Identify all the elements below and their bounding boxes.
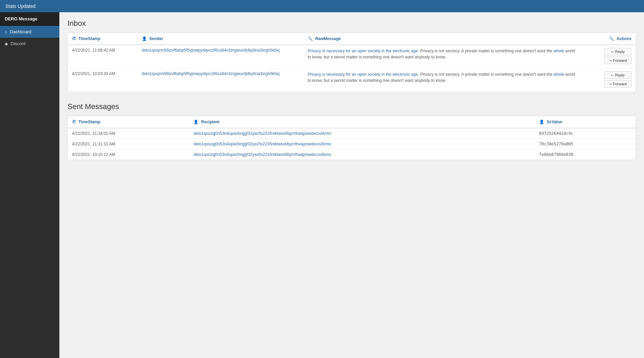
sent-col-timestamp: ⏱ TimeStamp — [68, 116, 189, 128]
sent-row3-timestamp: 4/22/2021, 10:10:12 AM — [68, 149, 189, 160]
sent-messages-title: Sent Messages — [68, 102, 636, 111]
inbox-row2-message: Privacy is necessary for an open society… — [304, 69, 580, 92]
inbox-row1-timestamp: 4/22/2021, 11:08:42 AM — [68, 45, 138, 69]
topbar: Stats Updated — [0, 0, 644, 12]
inbox-row1-message: Privacy is necessary for an open society… — [304, 45, 580, 69]
recipient-icon: 👤 — [193, 120, 198, 124]
discord-icon: ◆ — [5, 41, 8, 46]
sent-row3-recipient: deto1qxszqj0n53n4upw3mggf32yav5s22x5nlkt… — [189, 149, 535, 160]
sidebar-item-label: Dashboard — [10, 29, 32, 34]
inbox-title: Inbox — [68, 19, 636, 28]
inbox-table: ⏱ TimeStamp 👤 Sender 🔍 RawMessage 🔍 — [68, 33, 636, 92]
sender-icon: 👤 — [142, 36, 147, 41]
sent-col-scvalue: 👤 ScValue — [535, 116, 636, 128]
inbox-row1-actions: ↩ Reply ↪ Forward — [580, 45, 636, 69]
table-row: 4/22/2021, 11:31:10 AM deto1qxszqj0n53n4… — [68, 139, 636, 149]
forward-icon: ↪ — [609, 82, 612, 86]
sent-row2-recipient: deto1qxszqj0n53n4upw3mggf32yav5s22x5nlkt… — [189, 139, 535, 149]
clock-icon: ⏱ — [72, 120, 76, 124]
reply-icon: ↩ — [611, 50, 614, 54]
actions-wrapper: ↩ Reply ↪ Forward — [584, 71, 631, 89]
sent-row1-timestamp: 4/22/2021, 11:34:01 AM — [68, 128, 189, 139]
inbox-row1-sender: deto1qxqzm56tzvf6ahp5f5yjmepydqvcz95cs84… — [138, 45, 304, 69]
reply-button[interactable]: ↩ Reply — [604, 48, 631, 55]
inbox-row2-sender: deto1qxqzm56tzvf6ahp5f5yjmepydqvcz95cs84… — [138, 69, 304, 92]
app-title: DERO Message — [0, 12, 59, 26]
inbox-col-sender: 👤 Sender — [138, 33, 304, 45]
scvalue-icon: 👤 — [539, 120, 544, 124]
forward-button[interactable]: ↪ Forward — [604, 57, 631, 64]
reply-icon: ↩ — [611, 73, 614, 77]
search-icon: 🔍 — [308, 36, 313, 41]
forward-icon: ↪ — [609, 59, 612, 62]
inbox-col-rawmessage: 🔍 RawMessage — [304, 33, 580, 45]
table-row: 4/22/2021, 11:08:42 AM deto1qxqzm56tzvf6… — [68, 45, 636, 69]
sidebar-item-label: Discord — [11, 41, 25, 46]
inbox-table-container: ⏱ TimeStamp 👤 Sender 🔍 RawMessage 🔍 — [68, 33, 636, 92]
table-row: 4/22/2021, 11:34:01 AM deto1qxszqj0n53n4… — [68, 128, 636, 139]
sent-row1-recipient: deto1qxszqj0n53n4upw3mggf32yav5s22x5nlkt… — [189, 128, 535, 139]
sent-row1-scvalue: 8972526442dc9c — [535, 128, 636, 139]
table-row: 4/22/2021, 10:10:12 AM deto1qxszqj0n53n4… — [68, 149, 636, 160]
main-content: Inbox ⏱ TimeStamp 👤 Sender 🔍 — [59, 12, 644, 358]
sent-row2-scvalue: 79c38e5270a005 — [535, 139, 636, 149]
home-icon: ⌂ — [5, 30, 7, 34]
inbox-row2-actions: ↩ Reply ↪ Forward — [580, 69, 636, 92]
sidebar-item-discord[interactable]: ◆ Discord — [0, 38, 59, 50]
actions-wrapper: ↩ Reply ↪ Forward — [584, 48, 631, 66]
inbox-col-timestamp: ⏱ TimeStamp — [68, 33, 138, 45]
sent-row3-scvalue: fe04e8790de030 — [535, 149, 636, 160]
sent-col-recipient: 👤 Recipient — [189, 116, 535, 128]
forward-button[interactable]: ↪ Forward — [604, 80, 631, 88]
sent-row2-timestamp: 4/22/2021, 11:31:10 AM — [68, 139, 189, 149]
sidebar-item-dashboard[interactable]: ⌂ Dashboard — [0, 26, 59, 38]
sidebar: DERO Message ⌂ Dashboard ◆ Discord — [0, 12, 59, 358]
inbox-col-actions: 🔍 Actions — [580, 33, 636, 45]
status-text: Stats Updated — [5, 3, 36, 9]
inbox-row2-timestamp: 4/22/2021, 10:03:30 AM — [68, 69, 138, 92]
actions-icon: 🔍 — [609, 36, 614, 41]
table-row: 4/22/2021, 10:03:30 AM deto1qxqzm56tzvf6… — [68, 69, 636, 92]
sent-messages-table-container: ⏱ TimeStamp 👤 Recipient 👤 ScValue — [68, 116, 636, 160]
sent-messages-table: ⏱ TimeStamp 👤 Recipient 👤 ScValue — [68, 116, 636, 160]
clock-icon: ⏱ — [72, 36, 76, 41]
reply-button[interactable]: ↩ Reply — [604, 71, 631, 79]
